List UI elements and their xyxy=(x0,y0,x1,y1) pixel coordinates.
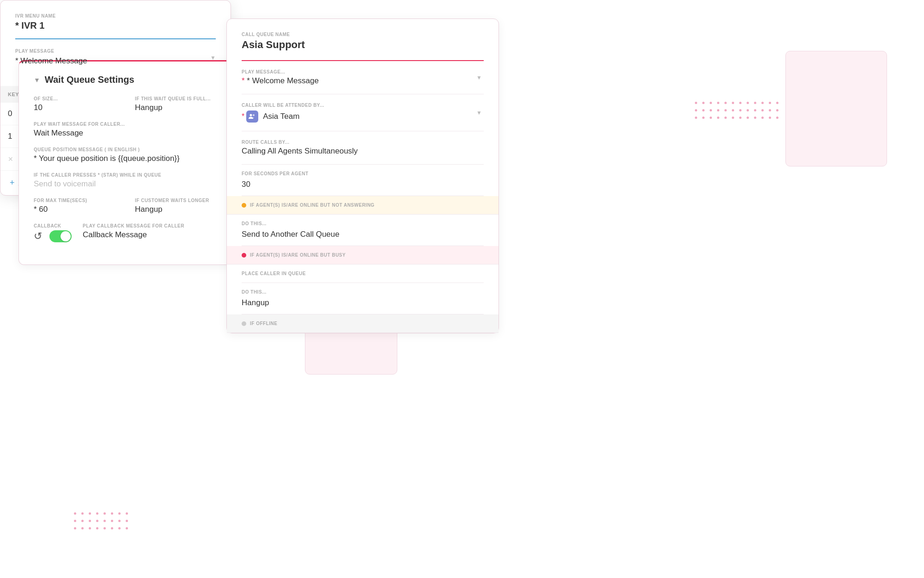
ivr-play-message-arrow[interactable]: ▼ xyxy=(210,55,216,61)
attended-by-value: Asia Team xyxy=(263,112,299,121)
callback-message-label: PLAY CALLBACK MESSAGE FOR CALLER xyxy=(83,223,225,228)
ivr-name-label: IVR MENU NAME xyxy=(15,13,216,18)
ivr-play-message-label: PLAY MESSAGE xyxy=(15,49,216,54)
route-by-section: ROUTE CALLS BY... Calling All Agents Sim… xyxy=(242,131,484,165)
attended-by-section: CALLER WILL BE ATTENDED BY... * Asia Tea… xyxy=(242,94,484,131)
call-queue-name-section: CALL QUEUE NAME Asia Support xyxy=(227,19,498,61)
customer-waits-label: IF CUSTOMER WAITS LONGER xyxy=(135,198,225,203)
do-this-2-section: DO THIS... Hangup xyxy=(242,283,484,314)
offline-dot xyxy=(242,321,246,326)
svg-point-0 xyxy=(250,114,252,117)
of-size-group: OF SIZE... 10 xyxy=(34,96,124,112)
collapse-icon[interactable]: ▼ xyxy=(34,76,40,84)
wait-queue-title: Wait Queue Settings xyxy=(45,74,134,85)
seconds-section: FOR SECONDS PER AGENT 30 xyxy=(242,165,484,196)
play-message-value: * * Welcome Message xyxy=(242,76,484,86)
if-online-not-answering-label: IF AGENT(S) IS/ARE ONLINE BUT NOT ANSWER… xyxy=(250,203,375,208)
route-by-label: ROUTE CALLS BY... xyxy=(242,140,484,145)
max-time-value: * 60 xyxy=(34,205,124,214)
callback-group: CALLBACK ↺ xyxy=(34,223,72,242)
ivr-play-message-value: * Welcome Message xyxy=(15,56,87,66)
dots-pattern-bottom-left xyxy=(74,512,130,532)
callback-row: CALLBACK ↺ PLAY CALLBACK MESSAGE FOR CAL… xyxy=(34,223,225,242)
do-this-2-label: DO THIS... xyxy=(242,289,484,295)
call-queue-body: PLAY MESSAGE... * * Welcome Message ▼ CA… xyxy=(227,61,498,333)
key-0: 0 xyxy=(8,109,17,118)
ivr-name-section: IVR MENU NAME * IVR 1 xyxy=(15,13,216,39)
route-by-value: Calling All Agents Simultaneously xyxy=(242,147,484,156)
if-full-label: IF THIS WAIT QUEUE IS FULL... xyxy=(135,96,225,101)
ivr-play-message-row: * Welcome Message ▼ xyxy=(15,56,216,66)
if-full-value: Hangup xyxy=(135,103,225,112)
do-this-1-label: DO THIS... xyxy=(242,221,484,226)
play-message-label: PLAY MESSAGE... xyxy=(242,69,484,74)
max-time-group: FOR MAX TIME(SECS) * 60 xyxy=(34,198,124,214)
call-queue-name-label: CALL QUEUE NAME xyxy=(242,32,484,37)
do-this-1-value: Send to Another Call Queue xyxy=(242,230,484,239)
if-online-busy-label: IF AGENT(S) IS/ARE ONLINE BUT BUSY xyxy=(250,252,346,258)
play-wait-label: PLAY WAIT MESSAGE FOR CALLER... xyxy=(34,122,225,127)
ivr-play-message-section: PLAY MESSAGE * Welcome Message ▼ xyxy=(15,49,216,73)
call-queue-card: CALL QUEUE NAME Asia Support PLAY MESSAG… xyxy=(226,18,499,333)
play-wait-group: PLAY WAIT MESSAGE FOR CALLER... Wait Mes… xyxy=(34,122,225,138)
online-busy-dot xyxy=(242,253,246,258)
max-time-row: FOR MAX TIME(SECS) * 60 IF CUSTOMER WAIT… xyxy=(34,198,225,214)
do-this-2-value: Hangup xyxy=(242,298,484,307)
customer-waits-value: Hangup xyxy=(135,205,225,214)
play-message-section: PLAY MESSAGE... * * Welcome Message ▼ xyxy=(242,61,484,94)
callback-message-group: PLAY CALLBACK MESSAGE FOR CALLER Callbac… xyxy=(83,223,225,242)
attended-by-row: * Asia Team xyxy=(242,111,484,123)
callback-toggle[interactable] xyxy=(49,230,72,242)
add-keypress-plus-icon: + xyxy=(10,178,15,188)
queue-position-label: QUEUE POSITION MESSAGE ( IN ENGLISH ) xyxy=(34,147,225,152)
star-press-value: Send to voicemail xyxy=(34,179,225,189)
wait-queue-card: ▼ Wait Queue Settings OF SIZE... 10 IF T… xyxy=(18,60,240,265)
customer-waits-group: IF CUSTOMER WAITS LONGER Hangup xyxy=(135,198,225,214)
do-this-1-section: DO THIS... Send to Another Call Queue xyxy=(242,215,484,246)
required-star: * xyxy=(242,112,244,121)
page-container: ▼ Wait Queue Settings OF SIZE... 10 IF T… xyxy=(0,0,924,578)
key-1: 1 xyxy=(8,132,17,141)
star-press-group: IF THE CALLER PRESSES * (STAR) WHILE IN … xyxy=(34,172,225,189)
if-online-not-answering-row: IF AGENT(S) IS/ARE ONLINE BUT NOT ANSWER… xyxy=(227,196,498,215)
if-online-busy-row: IF AGENT(S) IS/ARE ONLINE BUT BUSY xyxy=(227,246,498,264)
if-offline-row: IF OFFLINE xyxy=(227,314,498,333)
place-caller-section: PLACE CALLER IN QUEUE xyxy=(242,264,484,283)
svg-point-1 xyxy=(253,114,255,116)
bg-card-2 xyxy=(785,51,887,166)
callback-toggle-row: ↺ xyxy=(34,230,72,242)
star-press-label: IF THE CALLER PRESSES * (STAR) WHILE IN … xyxy=(34,172,225,178)
callback-label: CALLBACK xyxy=(34,223,72,228)
online-not-answering-dot xyxy=(242,203,246,208)
place-caller-label: PLACE CALLER IN QUEUE xyxy=(242,271,484,276)
if-offline-label: IF OFFLINE xyxy=(250,321,277,326)
callback-icon: ↺ xyxy=(34,230,42,242)
wait-queue-header: ▼ Wait Queue Settings xyxy=(34,74,225,85)
play-wait-value: Wait Message xyxy=(34,129,225,138)
of-size-label: OF SIZE... xyxy=(34,96,124,101)
of-size-value: 10 xyxy=(34,103,124,112)
queue-position-value: * Your queue position is {{queue.positio… xyxy=(34,154,225,163)
play-message-dropdown-arrow[interactable]: ▼ xyxy=(476,74,482,81)
call-queue-name-value: Asia Support xyxy=(242,39,484,51)
call-queue-name-inner: CALL QUEUE NAME Asia Support xyxy=(242,32,484,61)
delete-key-2[interactable]: ✕ xyxy=(8,155,13,163)
attended-by-label: CALLER WILL BE ATTENDED BY... xyxy=(242,103,484,108)
team-icon xyxy=(246,111,258,123)
callback-message-value: Callback Message xyxy=(83,230,225,240)
dots-pattern-top-right xyxy=(695,102,781,121)
attended-by-dropdown-arrow[interactable]: ▼ xyxy=(476,110,482,116)
size-full-row: OF SIZE... 10 IF THIS WAIT QUEUE IS FULL… xyxy=(34,96,225,112)
seconds-value: 30 xyxy=(242,180,484,189)
ivr-name-value: * IVR 1 xyxy=(15,20,216,31)
if-full-group: IF THIS WAIT QUEUE IS FULL... Hangup xyxy=(135,96,225,112)
queue-position-group: QUEUE POSITION MESSAGE ( IN ENGLISH ) * … xyxy=(34,147,225,163)
seconds-label: FOR SECONDS PER AGENT xyxy=(242,171,484,176)
max-time-label: FOR MAX TIME(SECS) xyxy=(34,198,124,203)
